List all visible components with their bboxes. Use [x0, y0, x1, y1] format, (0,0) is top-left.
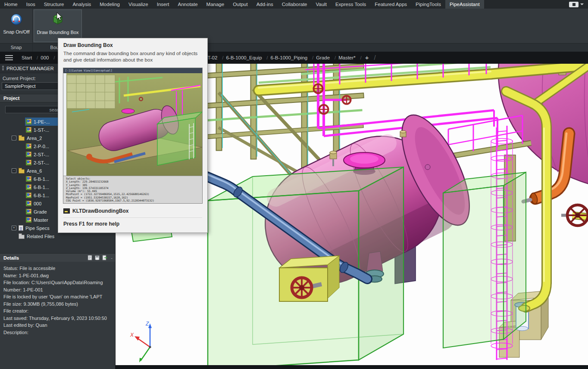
- tooltip-preview-image: [-][Custom View][Conceptual]: [63, 68, 203, 204]
- document-tab[interactable]: Start: [17, 52, 36, 64]
- menubar-item[interactable]: Visualize: [124, 0, 153, 9]
- mouse-cursor: [56, 12, 63, 21]
- details-title: Details: [3, 255, 19, 260]
- grip-icon: [2, 66, 4, 71]
- tree-item-icon: [26, 160, 31, 165]
- tree-item-label: 000: [34, 201, 41, 206]
- tree-item-icon: [26, 119, 31, 124]
- snap-icon: [9, 9, 24, 28]
- tooltip-help-hint: Press F1 for more help: [63, 217, 202, 227]
- tree-item-icon: [26, 127, 31, 133]
- snap-button-label: Snap On/Off: [3, 29, 30, 34]
- ucs-x-label: X: [130, 332, 134, 338]
- menubar-item[interactable]: Featured Apps: [370, 0, 411, 9]
- document-tab[interactable]: 000: [36, 52, 53, 64]
- console-line: MinPoint = (1722.32739406954,1515,22.425…: [66, 192, 202, 195]
- tree-item-label: Grade: [34, 209, 47, 214]
- viewport-bottom-strip: [116, 365, 588, 369]
- tree-expander-icon[interactable]: -: [12, 168, 16, 173]
- console-line: Y_Length: 305: [66, 183, 202, 186]
- details-line: File location: C:\Users\Quan\AppData\Roa…: [3, 279, 115, 286]
- menubar-item[interactable]: Vault: [312, 0, 331, 9]
- save-file-icon[interactable]: [94, 255, 100, 260]
- tooltip-preview-scene: [63, 73, 202, 176]
- menubar-extra[interactable]: [569, 2, 584, 7]
- details-line: File size: 9.30MB (9,755,086 bytes): [3, 301, 115, 308]
- menubar-item[interactable]: Add-ins: [252, 0, 278, 9]
- details-line: File creator:: [3, 307, 115, 315]
- tree-item-label: 1-PE-...: [34, 119, 50, 124]
- menubar-item[interactable]: Annotate: [174, 0, 202, 9]
- bounding-box-button-label: Draw Bounding Box: [37, 30, 78, 35]
- tree-item-label: 1-ST-...: [34, 127, 49, 133]
- menubar-item[interactable]: Insert: [153, 0, 174, 9]
- menubar-item[interactable]: Collaborate: [278, 0, 312, 9]
- preview-command-console: Select objects:X_Length: 229.28465323266…: [63, 176, 202, 203]
- document-tab[interactable]: Grade: [312, 52, 334, 64]
- details-line: Number: 1-PE-001: [3, 286, 115, 294]
- command-tooltip: Draw Bounding Box The command draw bound…: [58, 38, 208, 233]
- ribbon-options-icon[interactable]: [569, 2, 579, 7]
- bounding-box-right[interactable]: [443, 172, 526, 348]
- tooltip-command-name: KLTDrawBoundingBox: [72, 208, 128, 214]
- menubar-item[interactable]: Analysis: [68, 0, 95, 9]
- console-line: Volume (m³): 55.045: [66, 189, 202, 192]
- menubar-item[interactable]: Modeling: [95, 0, 124, 9]
- tree-item-label: 6-B-1...: [34, 193, 49, 198]
- command-icon: [63, 208, 70, 214]
- menubar-item[interactable]: Isos: [22, 0, 40, 9]
- menubar-item[interactable]: Structure: [40, 0, 69, 9]
- tree-item[interactable]: Related Files: [0, 232, 115, 240]
- details-body: Status: File is accessibleName: 1-PE-001…: [0, 262, 115, 369]
- tree-item-icon: [26, 152, 31, 157]
- tree-item-label: 2-P-0...: [34, 144, 49, 149]
- tree-item-label: Area_6: [27, 168, 42, 174]
- preview-titlebar: [-][Custom View][Conceptual]: [63, 68, 202, 73]
- tree-item-icon: [26, 192, 31, 198]
- menubar-item[interactable]: PipeAssistant: [445, 0, 484, 9]
- menubar-item[interactable]: Manage: [202, 0, 229, 9]
- document-tab[interactable]: 6-B-1000_Equip: [222, 52, 266, 64]
- tree-item-label: Area_2: [27, 136, 42, 141]
- menubar-item[interactable]: Home: [0, 0, 22, 9]
- panel-title: PROJECT MANAGER: [6, 66, 54, 71]
- panel-caption-snap[interactable]: Snap: [0, 43, 32, 52]
- tree-expander-icon[interactable]: -: [12, 136, 16, 140]
- new-tab-button[interactable]: +: [360, 52, 374, 64]
- tree-item-icon: [19, 235, 25, 239]
- tree-item-label: Pipe Specs: [25, 226, 50, 231]
- tree-item-icon: [19, 225, 23, 231]
- details-header[interactable]: Details -: [0, 253, 115, 262]
- tree-item-icon: [26, 209, 31, 214]
- console-line: Z_Length: 139.574331185374: [66, 186, 202, 189]
- tree-item-label: Master: [34, 217, 48, 223]
- document-tab[interactable]: Master*: [334, 52, 360, 64]
- snap-on-off-button[interactable]: Snap On/Off: [1, 9, 32, 42]
- menubar-item[interactable]: Output: [228, 0, 252, 9]
- menubar-item[interactable]: Express Tools: [331, 0, 370, 9]
- tree-item-label: 6-B-1...: [34, 185, 49, 190]
- chevron-down-icon: [580, 3, 584, 5]
- tree-item-icon: [26, 143, 31, 149]
- details-collapse-button[interactable]: -: [111, 255, 113, 260]
- tree-item-icon: [26, 201, 31, 206]
- hamburger-menu-icon[interactable]: [5, 55, 13, 60]
- details-line: File is locked by user 'Quan' on machine…: [3, 293, 115, 301]
- tree-item-icon: [19, 169, 25, 174]
- menubar: Home Isos Structure Analysis Modeling Vi…: [0, 0, 588, 9]
- details-line: Last edited by: Quan: [3, 322, 115, 329]
- tree-expander-icon[interactable]: +: [12, 226, 16, 230]
- new-file-icon[interactable]: [87, 255, 93, 260]
- tree-item-label: 6-B-1...: [34, 177, 49, 182]
- menubar-item[interactable]: PipingTools: [411, 0, 445, 9]
- details-line: Status: File is accessible: [3, 265, 115, 272]
- console-line: MaxPoint = (1951.53204538157,1620,162): [66, 196, 202, 199]
- tooltip-description: The command draw bounding box around any…: [63, 50, 202, 63]
- document-tab[interactable]: 6-B-1000_Piping: [266, 52, 312, 64]
- tree-item-icon: [19, 136, 25, 141]
- export-file-icon[interactable]: [102, 255, 107, 260]
- console-line: X_Length: 229.284653232668: [66, 180, 202, 183]
- details-line: Description:: [3, 329, 115, 336]
- console-line: Select objects:: [66, 177, 202, 180]
- tree-item-icon: [26, 184, 31, 190]
